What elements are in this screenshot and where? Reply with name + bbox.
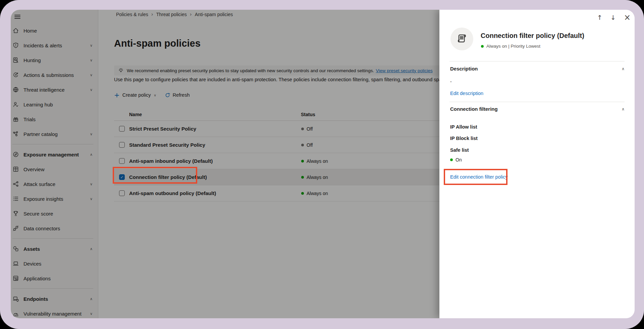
ip-allow-list-label: IP Allow list — [450, 124, 477, 130]
close-icon[interactable]: × — [624, 13, 629, 22]
dim-overlay — [11, 10, 439, 318]
ip-block-list-label: IP Block list — [450, 136, 478, 141]
next-item-arrow-icon[interactable]: ↓ — [610, 14, 615, 21]
safe-list-status: On — [450, 157, 462, 162]
flyout-nav: ↑ ↓ × — [597, 13, 629, 22]
flyout-status-line: Always on | Priority Lowest — [481, 44, 540, 49]
policy-details-flyout: ↑ ↓ × Connection filter policy (Default)… — [439, 10, 635, 318]
policy-scroll-icon — [456, 33, 468, 45]
edit-description-link[interactable]: Edit description — [450, 91, 483, 96]
annotation-box-selected-row — [113, 167, 197, 184]
safe-list-label: Safe list — [450, 147, 469, 153]
chevron-up-icon[interactable]: ∧ — [622, 66, 625, 71]
annotation-box-edit-link — [444, 169, 507, 185]
previous-item-arrow-icon[interactable]: ↑ — [597, 14, 602, 21]
divider — [449, 102, 625, 102]
flyout-title: Connection filter policy (Default) — [481, 32, 584, 40]
status-dot-icon — [450, 158, 453, 161]
divider — [449, 61, 625, 61]
description-value: - — [450, 79, 452, 84]
description-section-header[interactable]: Description ∧ — [450, 66, 625, 72]
device-frame: Home Incidents & alerts ∨ Hunting ∨ Acti… — [0, 0, 644, 329]
policy-avatar — [450, 28, 473, 50]
connection-filtering-section-header[interactable]: Connection filtering ∧ — [450, 106, 625, 112]
app-window: Home Incidents & alerts ∨ Hunting ∨ Acti… — [11, 10, 635, 318]
chevron-up-icon[interactable]: ∧ — [622, 107, 625, 111]
status-dot-icon — [481, 45, 484, 48]
